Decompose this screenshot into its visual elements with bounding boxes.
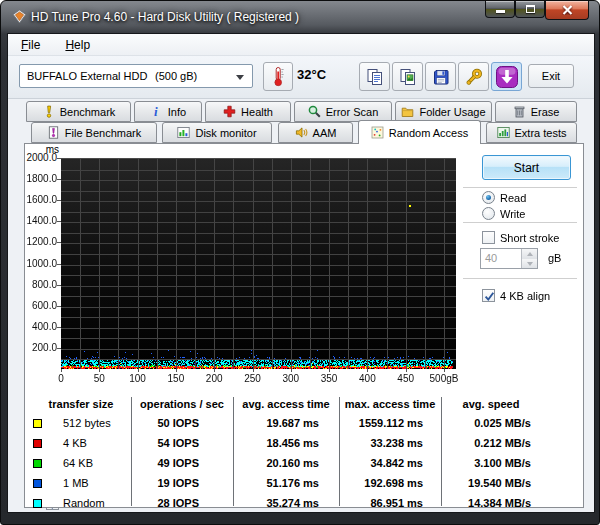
x-tick	[99, 369, 100, 372]
chevron-down-icon	[236, 75, 244, 80]
tab-aam[interactable]: AAM	[278, 122, 353, 143]
short-stroke-size-input[interactable]: 40	[480, 248, 538, 269]
spin-up-button[interactable]	[521, 249, 537, 259]
benchmark-icon	[42, 105, 55, 118]
align-label: 4 KB align	[500, 290, 550, 302]
options-button[interactable]	[458, 62, 489, 91]
series-color-swatch	[33, 459, 42, 468]
x-tick-label: 500gB	[422, 373, 466, 384]
cell-transfer-size: 512 bytes	[63, 417, 111, 429]
app-window: HD Tune Pro 4.60 - Hard Disk Utility ( R…	[0, 0, 600, 525]
cell-max-access-time: 86.951 ms	[339, 497, 423, 509]
cell-avg-access-time: 19.687 ms	[233, 417, 319, 429]
column-separator	[339, 397, 340, 506]
gridline-horizontal	[61, 359, 456, 360]
radio-dot	[486, 195, 491, 200]
cell-avg-speed: 3.100 MB/s	[441, 457, 531, 469]
gridline-horizontal	[61, 243, 456, 244]
cell-operations: 49 IOPS	[131, 457, 199, 469]
series-color-swatch	[33, 499, 42, 508]
tab-info[interactable]: iInfo	[134, 101, 202, 122]
y-tick-label: 1800.0	[15, 173, 57, 184]
tab-label: Error Scan	[326, 106, 379, 118]
tab-label: Health	[241, 106, 273, 118]
read-radio[interactable]	[482, 191, 495, 204]
cell-max-access-time: 33.238 ms	[339, 437, 423, 449]
y-tick	[57, 327, 61, 328]
write-radio[interactable]	[482, 207, 495, 220]
save-button[interactable]	[425, 62, 456, 91]
download-icon	[495, 65, 519, 89]
cell-max-access-time: 1559.112 ms	[339, 417, 423, 429]
menu-bar: File Help	[8, 34, 594, 56]
y-tick	[57, 200, 61, 201]
cell-avg-speed: 19.540 MB/s	[441, 477, 531, 489]
gridline-horizontal	[61, 191, 456, 192]
x-tick	[406, 369, 407, 372]
minimize-button[interactable]	[485, 1, 515, 18]
y-tick-label: 1200.0	[15, 236, 57, 247]
copy-text-button[interactable]	[359, 62, 390, 91]
y-tick-label: 400.0	[15, 321, 57, 332]
y-tick-label: 1600.0	[15, 194, 57, 205]
tab-error-scan[interactable]: Error Scan	[294, 101, 392, 122]
tab-folder-usage[interactable]: Folder Usage	[395, 101, 492, 122]
separator	[463, 222, 577, 223]
y-tick-label: 600.0	[15, 300, 57, 311]
gridline-horizontal	[61, 349, 456, 350]
copy-image-icon	[398, 67, 418, 87]
gridline-horizontal	[61, 328, 456, 329]
gridline-horizontal	[61, 317, 456, 318]
disk-monitor-icon	[177, 126, 190, 139]
spin-down-button[interactable]	[521, 259, 537, 268]
4kb-align-checkbox[interactable]	[482, 289, 495, 302]
start-label: Start	[514, 161, 539, 175]
tab-benchmark[interactable]: Benchmark	[26, 101, 131, 122]
erase-icon	[513, 105, 526, 118]
minimize-icon	[496, 10, 505, 13]
exit-button[interactable]: Exit	[528, 64, 574, 88]
maximize-button[interactable]	[515, 1, 545, 18]
exit-label: Exit	[542, 70, 560, 82]
y-tick	[57, 348, 61, 349]
series-color-swatch	[33, 479, 42, 488]
menu-help[interactable]: Help	[56, 34, 99, 52]
short-stroke-checkbox[interactable]	[482, 231, 495, 244]
tab-erase[interactable]: Erase	[495, 101, 577, 122]
menu-file[interactable]: File	[12, 34, 49, 52]
gridline-horizontal	[61, 286, 456, 287]
column-header-avg-speed: avg. speed	[441, 398, 541, 410]
aam-icon	[295, 126, 308, 139]
download-button[interactable]	[491, 62, 522, 91]
y-tick-label: 800.0	[15, 279, 57, 290]
separator	[463, 278, 577, 279]
tab-label: Erase	[531, 106, 560, 118]
tab-extra-tests[interactable]: Extra tests	[486, 122, 577, 143]
copy-image-button[interactable]	[392, 62, 423, 91]
tab-file-benchmark[interactable]: File Benchmark	[31, 122, 157, 143]
gridline-horizontal	[61, 338, 456, 339]
arrow-down-icon	[527, 262, 533, 266]
drive-capacity: (500 gB)	[155, 70, 197, 82]
short-stroke-label: Short stroke	[500, 232, 559, 244]
drive-select-dropdown[interactable]: BUFFALO External HDD (500 gB)	[19, 64, 253, 88]
x-tick	[253, 369, 254, 372]
cell-max-access-time: 192.698 ms	[339, 477, 423, 489]
window-title: HD Tune Pro 4.60 - Hard Disk Utility ( R…	[31, 10, 299, 24]
x-tick	[61, 369, 62, 372]
cell-max-access-time: 34.842 ms	[339, 457, 423, 469]
options-icon	[464, 67, 484, 87]
copy-text-icon	[365, 67, 385, 87]
column-separator	[233, 397, 234, 506]
x-tick	[329, 369, 330, 372]
cell-avg-speed: 0.025 MB/s	[441, 417, 531, 429]
close-button[interactable]	[545, 1, 589, 20]
tab-disk-monitor[interactable]: Disk monitor	[162, 122, 272, 143]
extra-tests-icon	[497, 126, 510, 139]
temperature-button[interactable]	[263, 62, 293, 91]
gridline-horizontal	[61, 180, 456, 181]
start-button[interactable]: Start	[482, 155, 571, 180]
tab-random-access[interactable]: Random Access	[358, 120, 481, 144]
tab-health[interactable]: Health	[205, 101, 291, 122]
file-benchmark-icon	[47, 126, 60, 139]
